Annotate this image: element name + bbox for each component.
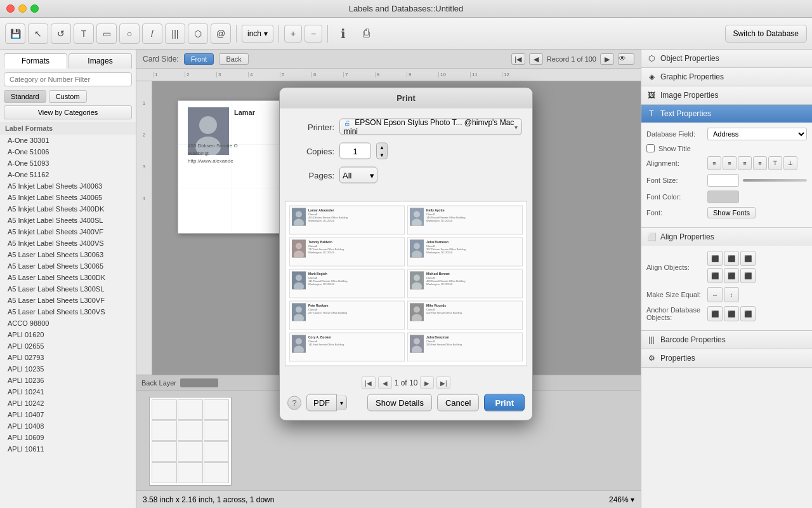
record-next-button[interactable]: ▶ <box>600 53 614 65</box>
equal-width-button[interactable]: ↔ <box>707 287 723 302</box>
align-left-obj-button[interactable]: ⬛ <box>707 251 723 266</box>
label-list-item[interactable]: A-One 51162 <box>0 169 136 180</box>
label-list-item[interactable]: APLI 10609 <box>0 432 136 443</box>
undo-button[interactable]: ↺ <box>51 23 71 44</box>
align-top-obj-button[interactable]: ⬛ <box>707 268 723 283</box>
at-tool-button[interactable]: @ <box>211 23 231 44</box>
equal-height-button[interactable]: ↕ <box>724 287 739 302</box>
print-action-button[interactable]: Print <box>484 394 525 411</box>
label-list-item[interactable]: A5 Laser Label Sheets L30063 <box>0 249 136 260</box>
font-color-swatch[interactable] <box>707 190 739 203</box>
align-top-button[interactable]: ⊤ <box>768 156 782 170</box>
align-properties-header[interactable]: ⬜ Align Properties <box>641 228 812 246</box>
next-page-button[interactable]: ▶ <box>420 377 434 389</box>
label-list-item[interactable]: A5 Inkjet Label Sheets J40063 <box>0 180 136 192</box>
align-left-button[interactable]: ≡ <box>707 156 721 170</box>
copies-increment-button[interactable]: ▲ <box>377 144 387 151</box>
switch-to-database-button[interactable]: Switch to Database <box>725 25 807 43</box>
cancel-button[interactable]: Cancel <box>437 394 479 411</box>
standard-btn[interactable]: Standard <box>4 90 46 103</box>
rect-tool-button[interactable]: ▭ <box>96 23 117 44</box>
anchor-left-button[interactable]: ⬛ <box>707 306 723 321</box>
show-details-button[interactable]: Show Details <box>367 394 432 411</box>
copies-input[interactable] <box>339 143 371 159</box>
align-center-obj-button[interactable]: ⬛ <box>724 251 739 266</box>
anchor-center-button[interactable]: ⬛ <box>724 306 739 321</box>
label-list-item[interactable]: APLI 02655 <box>0 340 136 352</box>
tab-formats[interactable]: Formats <box>4 53 67 69</box>
info-button[interactable]: ℹ <box>333 23 353 44</box>
object-properties-header[interactable]: ⬡ Object Properties <box>641 50 812 67</box>
label-list-item[interactable]: A-One 30301 <box>0 135 136 146</box>
font-size-slider[interactable] <box>743 179 807 182</box>
label-list-item[interactable]: A5 Laser Label Sheets L300VS <box>0 306 136 318</box>
font-size-input[interactable] <box>707 174 739 187</box>
label-list-item[interactable]: APLI 10242 <box>0 398 136 409</box>
record-prev-button[interactable]: ◀ <box>529 53 543 65</box>
view-by-categories-button[interactable]: View by Categories <box>4 105 132 119</box>
pages-select[interactable]: All ▾ <box>339 167 377 184</box>
tab-images[interactable]: Images <box>69 53 132 69</box>
label-list-item[interactable]: APLI 01620 <box>0 329 136 340</box>
label-list-item[interactable]: A5 Laser Label Sheets L300VF <box>0 295 136 306</box>
align-middle-obj-button[interactable]: ⬛ <box>724 268 739 283</box>
arrow-tool-button[interactable]: ↖ <box>28 23 48 44</box>
search-input[interactable] <box>4 72 132 86</box>
label-list-item[interactable]: A-One 51093 <box>0 157 136 169</box>
unit-selector[interactable]: inch ▾ <box>242 25 273 43</box>
label-list-item[interactable]: APLI 10236 <box>0 375 136 386</box>
pdf-button[interactable]: PDF <box>306 394 337 411</box>
help-button[interactable]: ? <box>287 396 301 410</box>
print-toolbar-button[interactable]: ⎙ <box>356 23 376 44</box>
align-justify-button[interactable]: ≡ <box>753 156 767 170</box>
back-side-button[interactable]: Back <box>219 53 248 65</box>
show-fonts-button[interactable]: Show Fonts <box>707 207 756 218</box>
align-right-obj-button[interactable]: ⬛ <box>740 251 756 266</box>
align-right-button[interactable]: ≡ <box>738 156 752 170</box>
label-list-item[interactable]: APLI 10235 <box>0 363 136 375</box>
barcode-properties-header[interactable]: ||| Barcode Properties <box>641 331 812 349</box>
label-list-item[interactable]: APLI 02793 <box>0 352 136 363</box>
label-list-item[interactable]: A5 Inkjet Label Sheets J40065 <box>0 192 136 203</box>
graphic-properties-header[interactable]: ◈ Graphic Properties <box>641 68 812 86</box>
label-list-item[interactable]: APLI 10408 <box>0 420 136 432</box>
pdf-dropdown-button[interactable]: ▾ <box>337 396 347 410</box>
copies-stepper[interactable]: ▲ ▼ <box>376 143 388 159</box>
front-side-button[interactable]: Front <box>184 53 214 65</box>
close-button[interactable] <box>6 4 15 13</box>
database-field-select[interactable]: Address <box>707 128 807 140</box>
label-list-item[interactable]: APLI 10611 <box>0 443 136 455</box>
label-list-item[interactable]: APLI 10241 <box>0 386 136 398</box>
prev-page-button[interactable]: ◀ <box>378 377 392 389</box>
label-list-item[interactable]: A5 Inkjet Label Sheets J400VF <box>0 226 136 237</box>
zoom-in-button[interactable]: + <box>284 25 302 43</box>
custom-btn[interactable]: Custom <box>49 90 87 103</box>
anchor-right-button[interactable]: ⬛ <box>740 306 756 321</box>
align-middle-button[interactable]: ⊥ <box>783 156 797 170</box>
label-list-item[interactable]: A5 Inkjet Label Sheets J400DK <box>0 203 136 215</box>
text-tool-button[interactable]: T <box>74 23 94 44</box>
record-first-button[interactable]: |◀ <box>511 53 525 65</box>
printer-select[interactable]: 🖨 EPSON Epson Stylus Photo T... @himvp's… <box>339 119 522 135</box>
eye-button[interactable]: 👁 <box>618 53 634 65</box>
label-list-item[interactable]: A-One 51006 <box>0 146 136 157</box>
label-list-item[interactable]: APLI 10407 <box>0 409 136 420</box>
label-list-item[interactable]: A5 Inkjet Label Sheets J400VS <box>0 237 136 249</box>
label-list-item[interactable]: A5 Inkjet Label Sheets J400SL <box>0 215 136 226</box>
minimize-button[interactable] <box>18 4 27 13</box>
shape-tool-button[interactable]: ⬡ <box>188 23 208 44</box>
label-list-item[interactable]: A5 Laser Label Sheets L30065 <box>0 260 136 272</box>
circle-tool-button[interactable]: ○ <box>119 23 140 44</box>
copies-decrement-button[interactable]: ▼ <box>377 151 387 159</box>
label-list-item[interactable]: A5 Laser Label Sheets L300SL <box>0 283 136 295</box>
maximize-button[interactable] <box>30 4 39 13</box>
align-center-button[interactable]: ≡ <box>723 156 737 170</box>
first-page-button[interactable]: |◀ <box>362 377 376 389</box>
barcode-tool-button[interactable]: ||| <box>165 23 185 44</box>
label-list-item[interactable]: A5 Laser Label Sheets L300DK <box>0 272 136 283</box>
last-page-button[interactable]: ▶| <box>436 377 450 389</box>
label-list-item[interactable]: ACCO 98800 <box>0 318 136 329</box>
properties-header[interactable]: ⚙ Properties <box>641 349 812 367</box>
text-properties-header[interactable]: T Text Properties <box>641 105 812 123</box>
line-tool-button[interactable]: / <box>142 23 162 44</box>
